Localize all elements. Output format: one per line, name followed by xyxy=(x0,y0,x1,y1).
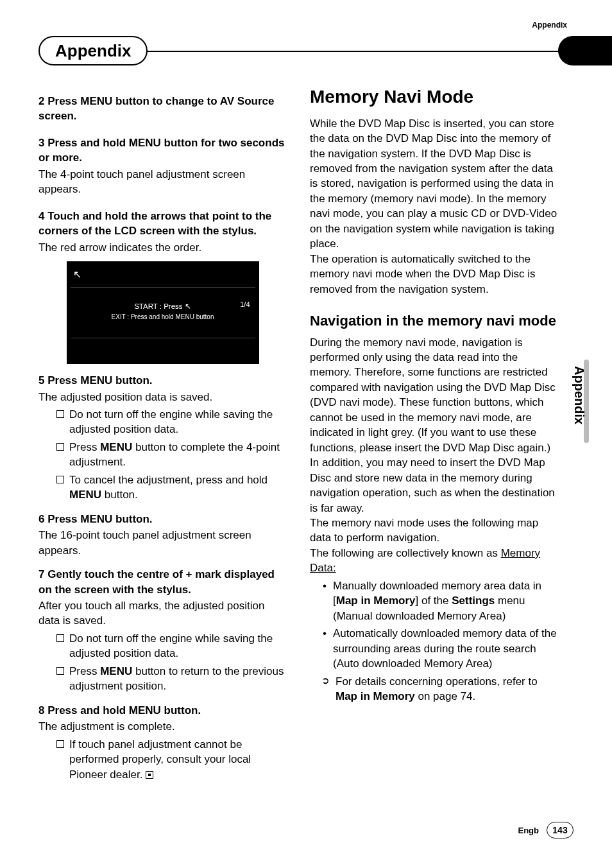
step-7-head: 7 Gently touch the centre of + mark disp… xyxy=(38,567,287,597)
footer-lang: Engb xyxy=(518,826,540,835)
touch-adjust-screenshot: ↖ START : Press ↖ EXIT : Press and hold … xyxy=(67,261,259,364)
nav-in-memory-p3: The following are collectively known as … xyxy=(310,546,558,576)
step-3-body: The 4-point touch panel adjustment scree… xyxy=(38,167,287,197)
step-5-body: The adjusted position data is saved. xyxy=(38,390,287,404)
step5-note1: Do not turn off the engine while saving … xyxy=(56,407,287,437)
step-6-body: The 16-point touch panel adjustment scre… xyxy=(38,528,287,558)
memory-data-item1: Manually downloaded memory area data in … xyxy=(321,578,558,623)
step-8-body: The adjustment is complete. xyxy=(38,719,287,734)
step-7-body: After you touch all marks, the adjusted … xyxy=(38,598,287,629)
screen-line1-arrow: ↖ xyxy=(185,302,191,310)
nav-in-memory-p1: During the memory navi mode, navigation … xyxy=(310,335,558,516)
memory-navi-p2: The operation is automatically switched … xyxy=(310,252,558,297)
step5-note2: Press MENU button to complete the 4-poin… xyxy=(56,440,287,470)
right-column: Memory Navi Mode While the DVD Map Disc … xyxy=(310,85,574,787)
page-number: 143 xyxy=(547,822,574,838)
arrow-icon: ↖ xyxy=(73,268,81,282)
section-header: Appendix xyxy=(38,36,574,65)
step-3-head: 3 Press and hold MENU button for two sec… xyxy=(38,135,287,166)
step-8-head: 8 Press and hold MENU button. xyxy=(38,703,287,718)
step-5-head: 5 Press MENU button. xyxy=(38,373,287,388)
memory-navi-heading: Memory Navi Mode xyxy=(310,85,558,110)
step-4-head: 4 Touch and hold the arrows that point t… xyxy=(38,209,287,239)
step7-note2: Press MENU button to return to the previ… xyxy=(56,664,287,694)
page-footer: Engb 143 xyxy=(518,822,574,838)
step-6-head: 6 Press MENU button. xyxy=(38,512,287,526)
screen-line1a: START : Press xyxy=(134,302,185,310)
header-section-label: Appendix xyxy=(532,21,567,30)
memory-data-xref: For details concerning operations, refer… xyxy=(321,674,558,704)
nav-in-memory-p2: The memory navi mode uses the following … xyxy=(310,516,558,546)
step5-note3: To cancel the adjustment, press and hold… xyxy=(56,473,287,503)
step-4-body: The red arrow indicates the order. xyxy=(38,240,287,255)
step-2-head: 2 Press MENU button to change to AV Sour… xyxy=(38,94,287,124)
nav-in-memory-heading: Navigation in the memory navi mode xyxy=(310,312,558,330)
side-tab-label: Appendix xyxy=(572,366,586,424)
screen-counter: 1/4 xyxy=(240,300,250,309)
memory-navi-p1: While the DVD Map Disc is inserted, you … xyxy=(310,116,558,252)
end-of-section-icon xyxy=(146,771,153,779)
screen-line2: EXIT : Press and hold MENU button xyxy=(67,312,259,322)
left-column: 2 Press MENU button to change to AV Sour… xyxy=(38,85,287,787)
step7-note1: Do not turn off the engine while saving … xyxy=(56,631,287,661)
step8-note1: If touch panel adjustment cannot be perf… xyxy=(56,737,287,782)
section-title: Appendix xyxy=(55,41,131,61)
memory-data-item2: Automatically downloaded memory data of … xyxy=(321,626,558,671)
